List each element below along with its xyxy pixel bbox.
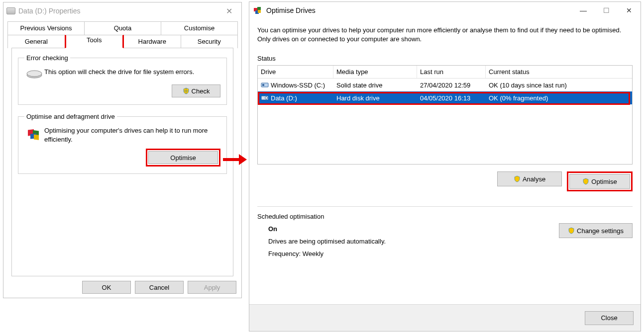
error-checking-legend: Error checking (24, 54, 70, 62)
drive-status: OK (0% fragmented) (486, 94, 632, 102)
window-controls: ― ☐ ✕ (572, 3, 641, 18)
svg-marker-7 (239, 154, 247, 165)
drive-icon (6, 7, 15, 14)
optimise-text: Optimising your computer's drives can he… (44, 126, 220, 144)
check-button[interactable]: Check (172, 84, 220, 97)
svg-rect-13 (262, 84, 264, 86)
col-drive[interactable]: Drive (258, 66, 333, 78)
tab-previous-versions[interactable]: Previous Versions (7, 21, 85, 35)
drive-last: 04/05/2020 16:13 (417, 94, 486, 102)
drive-status: OK (10 days since last run) (486, 82, 632, 89)
analyse-button[interactable]: Analyse (497, 171, 562, 186)
close-button[interactable]: Close (585, 311, 634, 325)
close-button[interactable]: ✕ (219, 4, 238, 18)
ok-button[interactable]: OK (82, 281, 131, 294)
change-settings-label: Change settings (577, 227, 624, 235)
svg-rect-9 (257, 7, 261, 10)
check-button-label: Check (192, 87, 210, 95)
sched-label: Scheduled optimisation (257, 213, 633, 220)
drive-row-data[interactable]: Data (D:) Hard disk drive 04/05/2020 16:… (258, 91, 632, 104)
optimise-window-icon (253, 6, 262, 15)
properties-titlebar[interactable]: Data (D:) Properties ✕ (3, 2, 241, 19)
col-last[interactable]: Last run (417, 66, 486, 78)
tab-customise[interactable]: Customise (161, 21, 238, 35)
optimise-icon (24, 126, 44, 142)
optimise-footer: Close (249, 304, 641, 331)
drive-last: 27/04/2020 12:59 (417, 82, 486, 89)
apply-button[interactable]: Apply (188, 281, 236, 294)
optimise-intro: You can optimise your drives to help you… (257, 26, 633, 44)
hdd-icon (261, 94, 269, 101)
optimise-group: Optimise and defragment drive Optimising… (18, 113, 227, 174)
sched-on: On (268, 223, 559, 236)
optimise-body: You can optimise your drives to help you… (249, 19, 641, 265)
drive-name: Windows-SSD (C:) (271, 82, 325, 89)
error-checking-group: Error checking This option will check th… (18, 54, 227, 105)
optimise-action-buttons: Analyse Optimise (257, 171, 633, 191)
optimise-button-highlight: Optimise (567, 171, 633, 191)
drive-media: Solid state drive (333, 82, 417, 89)
optimise-drive-button-label: Optimise (591, 178, 617, 185)
sched-freq: Frequency: Weekly (268, 248, 559, 260)
tab-general[interactable]: General (7, 35, 65, 48)
analyse-button-label: Analyse (523, 175, 545, 183)
change-settings-button[interactable]: Change settings (559, 223, 633, 238)
tabs-area: Previous Versions Quota Customise Genera… (3, 19, 241, 277)
svg-rect-5 (34, 135, 39, 140)
properties-title: Data (D:) Properties (18, 7, 80, 15)
svg-point-15 (265, 97, 268, 99)
optimise-drive-button[interactable]: Optimise (569, 174, 630, 189)
optimise-window-title: Optimise Drives (266, 6, 316, 14)
error-checking-text: This option will check the drive for fil… (44, 68, 220, 77)
tab-row-2: General Tools Hardware Security (7, 35, 237, 48)
scheduled-optimisation: On Drives are being optimised automatica… (257, 223, 633, 260)
shield-icon (568, 227, 575, 234)
properties-body: Error checking This option will check th… (11, 48, 233, 276)
col-media[interactable]: Media type (333, 66, 417, 78)
shield-icon (582, 178, 589, 185)
optimise-button[interactable]: Optimise (148, 151, 218, 164)
col-status[interactable]: Current status (486, 66, 632, 78)
optimise-legend: Optimise and defragment drive (24, 113, 117, 120)
tab-row-1: Previous Versions Quota Customise (7, 21, 237, 35)
optimise-drives-window: Optimise Drives ― ☐ ✕ You can optimise y… (249, 1, 641, 332)
optimise-button-label: Optimise (170, 154, 196, 162)
tab-quota[interactable]: Quota (84, 21, 161, 35)
drive-media: Hard disk drive (333, 94, 417, 102)
close-button[interactable]: ✕ (618, 3, 641, 18)
optimise-titlebar[interactable]: Optimise Drives ― ☐ ✕ (249, 2, 641, 19)
properties-buttons: OK Cancel Apply (82, 281, 236, 294)
tab-hardware[interactable]: Hardware (123, 35, 181, 48)
annotation-arrow-icon (223, 153, 247, 166)
drive-list-header[interactable]: Drive Media type Last run Current status (258, 66, 632, 79)
maximize-button[interactable]: ☐ (595, 3, 618, 18)
shield-icon (183, 87, 190, 94)
minimize-button[interactable]: ― (572, 3, 595, 18)
tab-security[interactable]: Security (181, 35, 238, 48)
error-checking-icon (24, 68, 44, 80)
svg-rect-11 (258, 10, 261, 13)
tab-tools[interactable]: Tools (65, 35, 124, 48)
cancel-button[interactable]: Cancel (135, 281, 184, 294)
svg-point-1 (27, 71, 42, 77)
status-label: Status (257, 55, 633, 62)
drive-name: Data (D:) (271, 94, 297, 102)
drive-row-ssd[interactable]: Windows-SSD (C:) Solid state drive 27/04… (258, 79, 632, 91)
sched-desc: Drives are being optimised automatically… (268, 236, 559, 248)
shield-icon (514, 175, 521, 182)
divider (257, 206, 633, 207)
drive-list[interactable]: Drive Media type Last run Current status… (257, 65, 633, 165)
ssd-icon (261, 82, 269, 88)
properties-window: Data (D:) Properties ✕ Previous Versions… (3, 2, 242, 298)
optimise-button-highlight: Optimise (146, 149, 220, 166)
